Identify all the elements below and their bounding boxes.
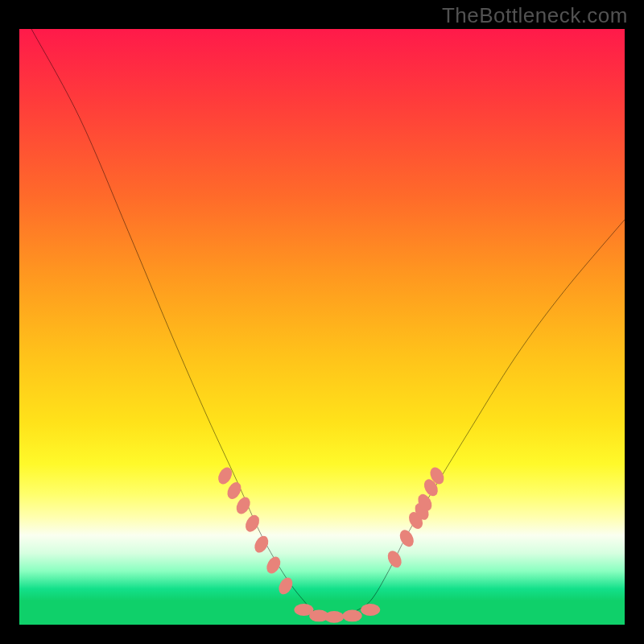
curve-marker [361, 604, 380, 616]
bottleneck-curve [31, 29, 625, 620]
curve-marker [397, 527, 416, 549]
curve-marker [343, 610, 362, 622]
chart-frame: TheBottleneck.com [0, 0, 644, 644]
curve-marker [324, 611, 344, 623]
curve-marker [252, 534, 271, 555]
curve-markers [216, 465, 447, 623]
curve-marker [216, 465, 235, 487]
curve-marker [276, 576, 295, 597]
curve-marker [225, 480, 244, 502]
plot-area [16, 26, 628, 628]
curve-marker [264, 555, 283, 576]
watermark-text: TheBottleneck.com [442, 3, 628, 28]
curve-marker [385, 548, 404, 570]
curve-marker [233, 495, 253, 517]
bottleneck-curve-svg [19, 29, 625, 625]
